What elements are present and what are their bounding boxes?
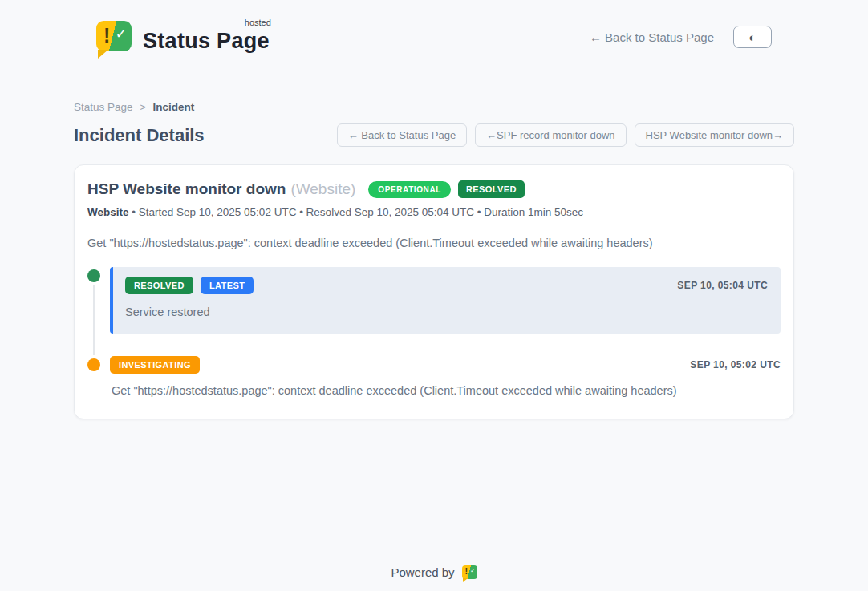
breadcrumb-status-page[interactable]: Status Page <box>74 101 133 113</box>
timeline-item: INVESTIGATING SEP 10, 05:02 UTC Get "htt… <box>87 356 781 397</box>
main-container: Status Page > Incident Incident Details … <box>74 101 794 419</box>
incident-description: Get "https://hostedstatus.page": context… <box>87 237 781 249</box>
title-row: Incident Details ← Back to Status Page ←… <box>74 123 794 147</box>
breadcrumb-incident: Incident <box>153 101 195 113</box>
timeline-item-content: RESOLVED LATEST SEP 10, 05:04 UTC Servic… <box>110 267 781 334</box>
statuspage-logo-icon: ! ✓ <box>96 21 132 51</box>
breadcrumb: Status Page > Incident <box>74 101 794 113</box>
resolved-badge: RESOLVED <box>125 277 193 294</box>
check-icon: ✓ <box>470 567 476 574</box>
check-icon: ✓ <box>116 26 127 43</box>
resolved-status-badge: RESOLVED <box>458 180 525 198</box>
timeline-item-content: INVESTIGATING SEP 10, 05:02 UTC Get "htt… <box>110 356 781 397</box>
latest-badge: LATEST <box>201 277 254 294</box>
timeline-timestamp: SEP 10, 05:04 UTC <box>677 280 768 291</box>
timeline-timestamp: SEP 10, 05:02 UTC <box>690 359 781 370</box>
prev-incident-button[interactable]: ←SPF record monitor down <box>475 123 626 147</box>
chevron-separator-icon: > <box>140 102 146 113</box>
timeline-badges: INVESTIGATING <box>110 356 200 374</box>
timeline-item-head: INVESTIGATING SEP 10, 05:02 UTC <box>110 356 781 374</box>
incident-meta: Website • Started Sep 10, 2025 05:02 UTC… <box>87 206 781 218</box>
exclamation-icon: ! <box>465 566 468 577</box>
incident-timeline: RESOLVED LATEST SEP 10, 05:04 UTC Servic… <box>87 267 781 397</box>
investigating-badge: INVESTIGATING <box>110 356 200 374</box>
incident-nav-buttons: ← Back to Status Page ←SPF record monito… <box>337 123 794 147</box>
timeline-dot-col <box>87 356 100 397</box>
operational-status-badge: OPERATIONAL <box>368 181 451 198</box>
timeline-item-head: RESOLVED LATEST SEP 10, 05:04 UTC <box>125 277 768 294</box>
brand-superscript: hosted <box>245 18 271 27</box>
incident-component: (Website) <box>290 180 355 198</box>
incident-meta-component: Website <box>87 206 129 218</box>
theme-toggle-button[interactable]: ◐ <box>733 26 772 48</box>
next-incident-button[interactable]: HSP Website monitor down→ <box>635 123 794 147</box>
timeline-message: Get "https://hostedstatus.page": context… <box>110 384 781 397</box>
brand-name: Status Page <box>143 29 270 53</box>
timeline-highlight-box: RESOLVED LATEST SEP 10, 05:04 UTC Servic… <box>110 267 781 334</box>
powered-by: Powered by ! ✓ <box>391 565 477 579</box>
back-to-status-page-button[interactable]: ← Back to Status Page <box>337 123 467 147</box>
page-title: Incident Details <box>74 125 205 146</box>
incident-meta-detail: • Started Sep 10, 2025 05:02 UTC • Resol… <box>132 206 583 218</box>
incident-title: HSP Website monitor down <box>87 180 286 198</box>
incident-card: HSP Website monitor down (Website) OPERA… <box>74 164 794 419</box>
back-to-status-page-link[interactable]: ← Back to Status Page <box>590 30 714 44</box>
timeline-item: RESOLVED LATEST SEP 10, 05:04 UTC Servic… <box>87 267 781 334</box>
exclamation-icon: ! <box>103 23 110 47</box>
header-right: ← Back to Status Page ◐ <box>590 26 772 48</box>
timeline-dot-col <box>87 267 100 334</box>
statuspage-logo-icon: ! ✓ <box>462 565 477 579</box>
powered-by-label: Powered by <box>391 565 454 579</box>
footer: Powered by ! ✓ © 2025-10-08 14:10:34.772… <box>0 565 868 591</box>
brand-wrap: Status Page hosted <box>143 21 270 54</box>
timeline-badges: RESOLVED LATEST <box>125 277 254 294</box>
theme-toggle-icon: ◐ <box>748 31 756 43</box>
header: ! ✓ Status Page hosted ← Back to Status … <box>0 0 868 61</box>
investigating-dot-icon <box>87 358 100 371</box>
resolved-dot-icon <box>87 269 100 282</box>
statuspage-logo[interactable]: ! ✓ Status Page hosted <box>96 21 270 54</box>
timeline-message: Service restored <box>125 306 768 318</box>
incident-title-row: HSP Website monitor down (Website) OPERA… <box>87 180 781 198</box>
